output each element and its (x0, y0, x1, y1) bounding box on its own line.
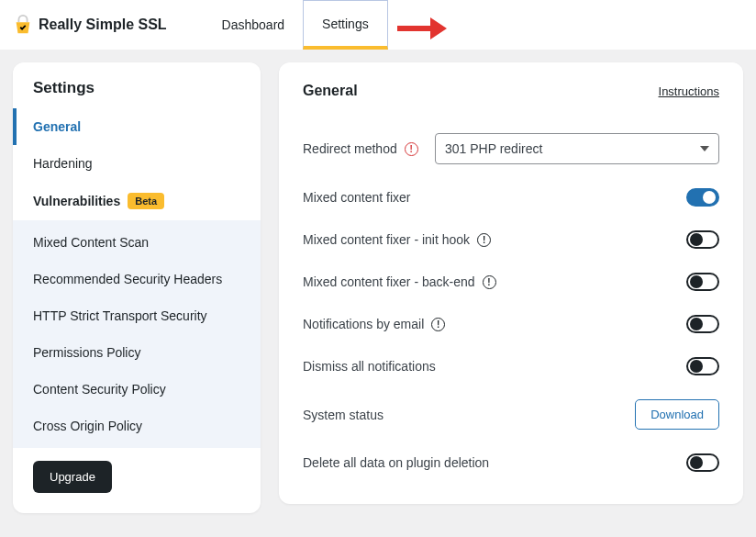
panel-title: General (303, 83, 358, 99)
toggle-mixed-fixer[interactable] (686, 188, 719, 207)
sidebar-item-cop[interactable]: Cross Origin Policy (13, 408, 261, 444)
label-redirect: Redirect method (303, 141, 397, 156)
settings-sidebar: Settings General Hardening Vulnerabiliti… (13, 62, 261, 513)
sidebar-item-vulnerabilities[interactable]: Vulnerabilities Beta (13, 182, 261, 220)
row-notify-email: Notifications by email ! (303, 303, 719, 345)
toggle-mixed-init[interactable] (686, 230, 719, 249)
sidebar-item-security-headers[interactable]: Recommended Security Headers (13, 261, 261, 297)
warning-icon[interactable]: ! (405, 142, 418, 156)
sidebar-item-csp[interactable]: Content Security Policy (13, 371, 261, 408)
settings-panel: General Instructions Redirect method ! 3… (279, 62, 743, 504)
label-mixed-fixer: Mixed content fixer (303, 190, 411, 205)
info-icon[interactable]: ! (483, 275, 496, 289)
row-system-status: System status Download (303, 387, 719, 442)
row-mixed-content-fixer: Mixed content fixer (303, 176, 719, 218)
brand-name: Really Simple SSL (39, 17, 167, 33)
redirect-select[interactable]: 301 PHP redirect (435, 133, 719, 164)
upgrade-button[interactable]: Upgrade (33, 461, 112, 493)
label-mixed-init: Mixed content fixer - init hook (303, 232, 470, 247)
download-button[interactable]: Download (635, 399, 719, 430)
label-dismiss: Dismiss all notifications (303, 359, 436, 374)
instructions-link[interactable]: Instructions (659, 84, 719, 98)
row-dismiss-notifications: Dismiss all notifications (303, 345, 719, 387)
toggle-delete-data[interactable] (686, 453, 719, 472)
toggle-dismiss-all[interactable] (686, 357, 719, 375)
brand-logo: Really Simple SSL (13, 15, 167, 35)
sidebar-item-hardening[interactable]: Hardening (13, 145, 261, 182)
toggle-notify-email[interactable] (686, 315, 719, 333)
content-area: Settings General Hardening Vulnerabiliti… (0, 50, 756, 526)
info-icon[interactable]: ! (477, 233, 491, 247)
label-mixed-back: Mixed content fixer - back-end (303, 274, 475, 289)
label-delete-data: Delete all data on plugin deletion (303, 455, 489, 470)
panel-header: General Instructions (303, 83, 719, 99)
label-notify-email: Notifications by email (303, 317, 424, 331)
sidebar-sub-group: Mixed Content Scan Recommended Security … (13, 220, 261, 448)
sidebar-item-mixed-content-scan[interactable]: Mixed Content Scan (13, 224, 261, 261)
sidebar-item-general[interactable]: General (13, 108, 261, 145)
chevron-down-icon (700, 146, 709, 151)
label-system-status: System status (303, 408, 384, 422)
sidebar-item-hsts[interactable]: HTTP Strict Transport Security (13, 297, 261, 334)
row-mixed-init-hook: Mixed content fixer - init hook ! (303, 218, 719, 261)
app-header: Really Simple SSL Dashboard Settings (0, 0, 756, 50)
toggle-mixed-back[interactable] (686, 273, 719, 291)
row-mixed-backend: Mixed content fixer - back-end ! (303, 261, 719, 303)
info-icon[interactable]: ! (431, 318, 445, 331)
lock-shield-icon (13, 15, 33, 35)
beta-badge: Beta (128, 193, 164, 209)
sidebar-item-permissions-policy[interactable]: Permissions Policy (13, 334, 261, 371)
callout-arrow-icon (395, 6, 450, 43)
select-value: 301 PHP redirect (445, 141, 542, 156)
tab-settings[interactable]: Settings (303, 0, 388, 50)
sidebar-item-label: Vulnerabilities (33, 194, 120, 208)
tab-dashboard[interactable]: Dashboard (204, 0, 304, 50)
sidebar-title: Settings (13, 79, 261, 108)
row-redirect-method: Redirect method ! 301 PHP redirect (303, 121, 719, 176)
row-delete-data: Delete all data on plugin deletion (303, 442, 719, 484)
